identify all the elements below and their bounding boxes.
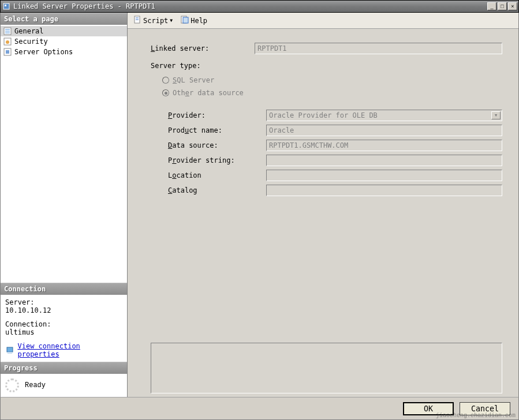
- svg-rect-1: [5, 5, 6, 6]
- connection-block: Server: 10.10.10.12 Connection: ultimus …: [1, 295, 127, 362]
- server-icon: [2, 2, 11, 11]
- help-button[interactable]: Help: [178, 14, 210, 27]
- catalog-label: Catalog: [168, 186, 266, 194]
- server-label: Server:: [5, 298, 122, 306]
- radio-icon: [162, 89, 169, 96]
- radio-sql-server[interactable]: SQL Server: [151, 76, 502, 84]
- provider-string-field[interactable]: [266, 155, 502, 166]
- page-item-label: Security: [14, 38, 48, 46]
- close-button[interactable]: ×: [508, 2, 517, 10]
- cancel-button[interactable]: Cancel: [460, 402, 510, 415]
- page-item-general[interactable]: General: [1, 26, 127, 36]
- radio-other-data-source[interactable]: Other data source: [151, 89, 502, 97]
- help-icon: [181, 16, 189, 25]
- window-title: Linked Server Properties - RPTPDT1: [13, 2, 487, 10]
- data-source-field[interactable]: RPTPDT1.GSMCTHW.COM: [266, 140, 502, 151]
- data-source-label: Data source:: [168, 141, 266, 149]
- page-item-security[interactable]: Security: [1, 36, 127, 47]
- progress-block: Ready: [1, 374, 127, 397]
- script-button[interactable]: Script ▼: [131, 14, 175, 27]
- catalog-field[interactable]: [266, 185, 502, 196]
- page-item-label: General: [14, 27, 44, 35]
- page-icon: [3, 47, 12, 57]
- connection-header: Connection: [1, 283, 127, 295]
- left-panel: Select a page General Security Server Op…: [1, 13, 128, 397]
- page-icon: [3, 27, 12, 36]
- provider-label: Provider:: [168, 111, 266, 119]
- select-page-header: Select a page: [1, 13, 127, 25]
- progress-header: Progress: [1, 362, 127, 374]
- progress-spinner-icon: [5, 378, 19, 392]
- help-label: Help: [191, 17, 207, 25]
- linked-server-label: Linked server:: [151, 44, 255, 52]
- form-area: Linked server: RPTPDT1 Server type: SQL …: [128, 29, 518, 337]
- ok-button[interactable]: OK: [403, 402, 454, 415]
- svg-rect-11: [8, 352, 12, 354]
- view-connection-properties-link[interactable]: View connection properties: [17, 342, 122, 358]
- right-panel: Script ▼ Help Linked server: RPTPDT1 Ser…: [128, 13, 518, 397]
- radio-icon: [162, 77, 169, 84]
- dialog-footer: OK Cancel: [0, 397, 519, 420]
- provider-dropdown[interactable]: Oracle Provider for OLE DB ▼: [266, 110, 502, 121]
- properties-icon: [5, 346, 14, 355]
- page-item-server-options[interactable]: Server Options: [1, 47, 127, 57]
- minimize-button[interactable]: _: [487, 2, 496, 10]
- svg-point-7: [6, 40, 9, 44]
- radio-other-label: Other data source: [173, 89, 244, 97]
- connection-label: Connection:: [5, 320, 122, 328]
- location-label: Location: [168, 171, 266, 179]
- location-field[interactable]: [266, 170, 502, 181]
- product-name-field[interactable]: Oracle: [266, 125, 502, 136]
- page-list: General Security Server Options: [1, 25, 127, 58]
- chevron-down-icon: ▼: [491, 111, 501, 119]
- linked-server-field: RPTPDT1: [255, 43, 502, 54]
- progress-status: Ready: [25, 381, 46, 389]
- message-panel: [151, 343, 502, 393]
- maximize-button[interactable]: □: [498, 2, 507, 10]
- script-icon: [133, 16, 141, 25]
- radio-sql-label: SQL Server: [173, 76, 214, 84]
- script-label: Script: [143, 17, 168, 25]
- spacer: [1, 58, 127, 283]
- titlebar: Linked Server Properties - RPTPDT1 _ □ ×: [0, 0, 519, 13]
- server-value: 10.10.10.12: [5, 306, 122, 314]
- dialog-body: Select a page General Security Server Op…: [0, 13, 519, 397]
- toolbar: Script ▼ Help: [128, 13, 518, 29]
- svg-rect-16: [183, 17, 188, 23]
- connection-value: ultimus: [5, 328, 122, 336]
- svg-rect-9: [6, 50, 9, 54]
- svg-rect-10: [7, 347, 13, 352]
- server-type-label: Server type:: [151, 62, 255, 70]
- product-name-label: Product name:: [168, 126, 266, 134]
- provider-value: Oracle Provider for OLE DB: [269, 111, 378, 119]
- page-icon: [3, 37, 12, 46]
- chevron-down-icon: ▼: [170, 18, 173, 23]
- window-controls: _ □ ×: [487, 2, 517, 10]
- page-item-label: Server Options: [14, 48, 73, 56]
- provider-string-label: Provider string:: [168, 156, 266, 164]
